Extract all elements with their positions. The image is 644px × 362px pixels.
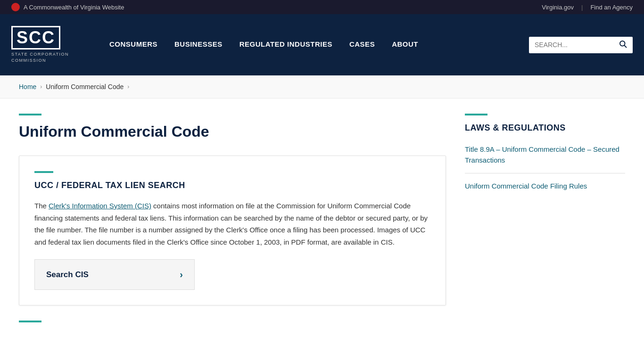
- search-cis-label: Search CIS: [46, 270, 89, 280]
- top-bar: A Commonwealth of Virginia Website Virgi…: [0, 0, 644, 14]
- main-content: Uniform Commercial Code UCC / FEDERAL TA…: [0, 99, 644, 337]
- top-bar-left: A Commonwealth of Virginia Website: [11, 3, 124, 11]
- nav-businesses[interactable]: BUSINESSES: [167, 34, 230, 55]
- sidebar-link-filing-rules[interactable]: Uniform Commercial Code Filing Rules: [465, 181, 625, 199]
- search-area: [529, 37, 633, 53]
- find-agency-link[interactable]: Find an Agency: [590, 4, 633, 11]
- breadcrumb-sep-1: ›: [40, 83, 42, 90]
- page-title: Uniform Commercial Code: [19, 123, 446, 140]
- logo-box: SCC: [11, 26, 60, 49]
- svg-line-1: [624, 45, 626, 47]
- breadcrumb-sep-2: ›: [127, 83, 129, 90]
- va-logo: [11, 3, 20, 11]
- cis-link[interactable]: Clerk's Information System (CIS): [49, 202, 151, 210]
- site-label: A Commonwealth of Virginia Website: [24, 4, 124, 11]
- site-logo[interactable]: SCC STATE CORPORATION COMMISSION: [11, 26, 87, 63]
- page-title-accent: [19, 114, 41, 115]
- breadcrumb: Home › Uniform Commercial Code ›: [0, 75, 644, 99]
- sidebar-accent: [465, 114, 487, 115]
- sidebar-link-title-8[interactable]: Title 8.9A – Uniform Commercial Code – S…: [465, 144, 625, 173]
- site-header: SCC STATE CORPORATION COMMISSION CONSUME…: [0, 14, 644, 75]
- sidebar-title: LAWS & REGULATIONS: [465, 123, 625, 133]
- search-button[interactable]: [619, 40, 627, 50]
- left-column: Uniform Commercial Code UCC / FEDERAL TA…: [19, 114, 446, 322]
- search-input[interactable]: [535, 41, 615, 49]
- nav-regulated-industries[interactable]: REGULATED INDUSTRIES: [232, 34, 340, 55]
- top-bar-right: Virginia.gov | Find an Agency: [542, 4, 633, 11]
- search-cis-button[interactable]: Search CIS ›: [34, 259, 195, 290]
- nav-about[interactable]: ABOUT: [384, 34, 426, 55]
- virginia-gov-link[interactable]: Virginia.gov: [542, 4, 574, 11]
- nav-cases[interactable]: CASES: [342, 34, 382, 55]
- card-title-accent: [34, 171, 53, 173]
- main-nav: CONSUMERS BUSINESSES REGULATED INDUSTRIE…: [102, 34, 514, 55]
- logo-scc-text: SCC: [17, 29, 55, 46]
- nav-consumers[interactable]: CONSUMERS: [102, 34, 165, 55]
- card-body: The Clerk's Information System (CIS) con…: [34, 200, 430, 248]
- breadcrumb-current: Uniform Commercial Code: [46, 83, 124, 90]
- card-title: UCC / FEDERAL TAX LIEN SEARCH: [34, 181, 430, 190]
- right-sidebar: LAWS & REGULATIONS Title 8.9A – Uniform …: [465, 114, 625, 322]
- card-body-before-link: The: [34, 202, 49, 210]
- top-bar-divider: |: [581, 4, 583, 11]
- ucc-card: UCC / FEDERAL TAX LIEN SEARCH The Clerk'…: [19, 156, 446, 305]
- cis-chevron-icon: ›: [180, 269, 183, 280]
- logo-subtitle: STATE CORPORATION COMMISSION: [11, 51, 69, 63]
- bottom-accent-line: [19, 321, 41, 322]
- breadcrumb-home[interactable]: Home: [19, 83, 36, 90]
